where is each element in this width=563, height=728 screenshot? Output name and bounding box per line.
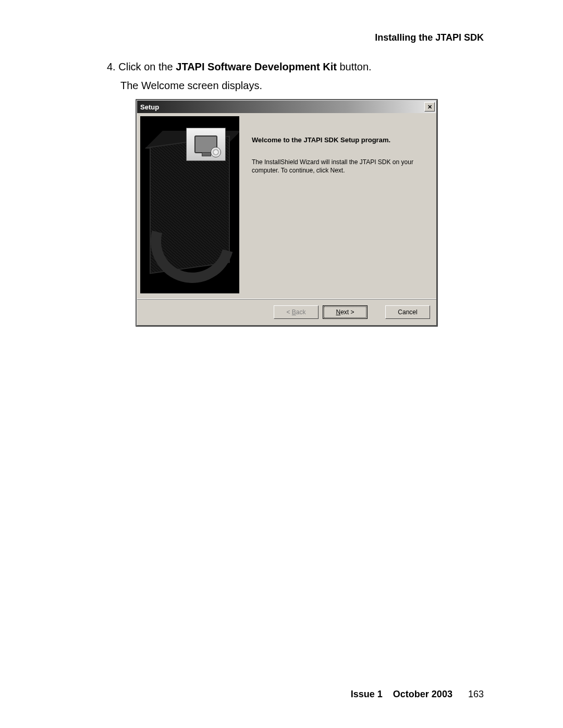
close-button[interactable]: ✕	[424, 102, 435, 112]
wizard-heading: Welcome to the JTAPI SDK Setup program.	[252, 136, 424, 144]
wizard-button-bar: < Back Next > Cancel	[137, 299, 436, 325]
back-prefix: <	[286, 309, 291, 316]
setup-window-screenshot: Setup ✕ Welcome to the JTAPI SDK Setup	[136, 99, 438, 327]
titlebar: Setup ✕	[137, 101, 436, 113]
step-text-suffix: button.	[337, 61, 372, 72]
step-text-line2: The Welcome screen displays.	[120, 77, 472, 94]
back-underline: B	[292, 309, 296, 316]
step-text-prefix: Click on the	[118, 61, 176, 72]
close-icon: ✕	[427, 104, 432, 110]
footer-date: October 2003	[393, 689, 452, 699]
next-rest: ext >	[340, 309, 354, 316]
wizard-body-text: The InstallShield Wizard will install th…	[252, 158, 424, 175]
setup-window: Setup ✕ Welcome to the JTAPI SDK Setup	[137, 100, 437, 326]
wizard-body: Welcome to the JTAPI SDK Setup program. …	[137, 113, 436, 299]
cancel-label: Cancel	[398, 309, 417, 316]
document-page: Installing the JTAPI SDK 4. Click on the…	[0, 0, 563, 728]
page-footer: Issue 1 October 2003 163	[351, 689, 484, 700]
wizard-content: Welcome to the JTAPI SDK Setup program. …	[239, 116, 432, 299]
disc-icon	[211, 147, 221, 157]
footer-issue: Issue 1	[351, 689, 383, 699]
installer-icon	[186, 128, 226, 161]
next-button[interactable]: Next >	[323, 305, 368, 319]
next-underline: N	[336, 309, 340, 316]
page-header: Installing the JTAPI SDK	[375, 32, 484, 43]
header-title: Installing the JTAPI SDK	[375, 32, 484, 43]
back-button: < Back	[274, 305, 319, 319]
cancel-button[interactable]: Cancel	[385, 305, 430, 319]
button-gap	[372, 305, 381, 319]
footer-page-number: 163	[468, 689, 484, 699]
wizard-side-graphic	[140, 116, 239, 293]
step-text-bold: JTAPI Software Development Kit	[176, 61, 337, 72]
step-number: 4.	[107, 61, 116, 72]
back-rest: ack	[296, 309, 306, 316]
window-title: Setup	[140, 103, 159, 111]
instruction-step: 4. Click on the JTAPI Software Developme…	[107, 58, 472, 94]
next-button-inner: Next >	[324, 306, 366, 318]
